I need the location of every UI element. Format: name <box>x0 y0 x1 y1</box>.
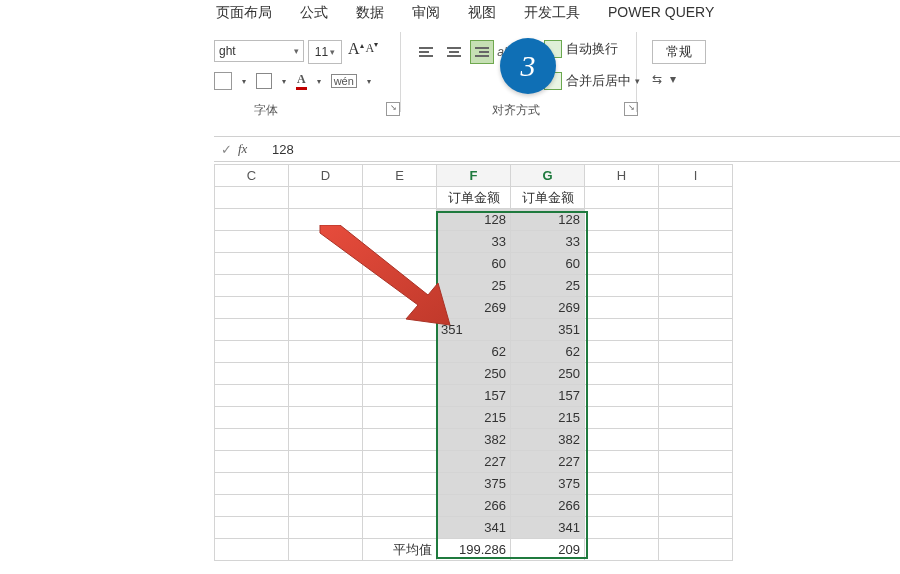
cell[interactable] <box>289 429 363 451</box>
cell[interactable]: 订单金额 <box>511 187 585 209</box>
cell[interactable] <box>215 231 289 253</box>
cell[interactable] <box>585 253 659 275</box>
cell[interactable] <box>215 363 289 385</box>
cell[interactable]: 227 <box>437 451 511 473</box>
tab-developer[interactable]: 开发工具 <box>524 4 580 22</box>
cell[interactable] <box>659 539 733 561</box>
cell[interactable] <box>289 275 363 297</box>
cell[interactable] <box>659 385 733 407</box>
cell[interactable] <box>585 429 659 451</box>
font-size-combobox[interactable]: 11 ▾ <box>308 40 342 64</box>
tab-view[interactable]: 视图 <box>468 4 496 22</box>
cell[interactable] <box>289 385 363 407</box>
cell[interactable] <box>363 319 437 341</box>
cell[interactable]: 平均值 <box>363 539 437 561</box>
cell[interactable] <box>215 209 289 231</box>
cell[interactable] <box>289 473 363 495</box>
cell[interactable]: 382 <box>511 429 585 451</box>
cell[interactable] <box>215 539 289 561</box>
cell[interactable]: 订单金额 <box>437 187 511 209</box>
cell[interactable] <box>363 451 437 473</box>
cell[interactable] <box>289 209 363 231</box>
cell[interactable]: 33 <box>437 231 511 253</box>
cell[interactable] <box>215 517 289 539</box>
cell[interactable] <box>215 297 289 319</box>
cell[interactable] <box>363 495 437 517</box>
cell[interactable]: 351 <box>511 319 585 341</box>
enter-check-icon[interactable]: ✓ <box>214 142 238 157</box>
cell[interactable] <box>585 407 659 429</box>
cell[interactable] <box>215 407 289 429</box>
font-name-combobox[interactable]: ght ▾ <box>214 40 304 62</box>
tab-power-query[interactable]: POWER QUERY <box>608 4 714 22</box>
align-right-button[interactable] <box>470 40 494 64</box>
cell[interactable] <box>659 517 733 539</box>
cell[interactable]: 266 <box>511 495 585 517</box>
cell[interactable] <box>659 451 733 473</box>
cell[interactable] <box>585 297 659 319</box>
cell[interactable] <box>215 275 289 297</box>
cell[interactable] <box>659 495 733 517</box>
cell[interactable]: 60 <box>511 253 585 275</box>
cell[interactable] <box>659 473 733 495</box>
cell[interactable]: 375 <box>437 473 511 495</box>
cell[interactable] <box>215 451 289 473</box>
decrease-font-icon[interactable]: A▾ <box>366 40 379 58</box>
cell[interactable] <box>585 341 659 363</box>
column-header-c[interactable]: C <box>215 165 289 187</box>
merge-center-button[interactable]: 合并后居中 ▾ <box>544 72 640 90</box>
cell[interactable] <box>289 517 363 539</box>
cell[interactable] <box>289 341 363 363</box>
cell[interactable] <box>289 539 363 561</box>
cell[interactable] <box>215 385 289 407</box>
tab-data[interactable]: 数据 <box>356 4 384 22</box>
cell[interactable]: 382 <box>437 429 511 451</box>
cell[interactable]: 25 <box>437 275 511 297</box>
column-header-f[interactable]: F <box>437 165 511 187</box>
cell[interactable] <box>585 495 659 517</box>
cell[interactable] <box>289 407 363 429</box>
cell[interactable] <box>585 385 659 407</box>
cell[interactable]: 128 <box>437 209 511 231</box>
cell[interactable]: 33 <box>511 231 585 253</box>
cell[interactable] <box>289 297 363 319</box>
cell[interactable]: 351 <box>437 319 511 341</box>
cell[interactable] <box>659 297 733 319</box>
cell[interactable] <box>363 429 437 451</box>
cell[interactable] <box>215 253 289 275</box>
cell[interactable] <box>289 253 363 275</box>
cell[interactable] <box>659 363 733 385</box>
cell[interactable] <box>585 231 659 253</box>
cell[interactable] <box>363 231 437 253</box>
align-left-button[interactable] <box>414 40 438 64</box>
cell[interactable] <box>659 231 733 253</box>
cell[interactable] <box>585 451 659 473</box>
cell[interactable]: 60 <box>437 253 511 275</box>
cell[interactable] <box>659 341 733 363</box>
borders-button[interactable] <box>214 72 232 90</box>
cell[interactable] <box>363 341 437 363</box>
cell[interactable]: 199.286 <box>437 539 511 561</box>
cell[interactable] <box>585 275 659 297</box>
cell[interactable]: 157 <box>511 385 585 407</box>
cell[interactable]: 215 <box>437 407 511 429</box>
column-header-h[interactable]: H <box>585 165 659 187</box>
cell[interactable]: 209 <box>511 539 585 561</box>
cell[interactable] <box>215 473 289 495</box>
cell[interactable] <box>363 209 437 231</box>
cell[interactable] <box>363 407 437 429</box>
cell[interactable] <box>659 209 733 231</box>
column-header-g[interactable]: G <box>511 165 585 187</box>
column-header-i[interactable]: I <box>659 165 733 187</box>
accounting-format-button[interactable]: ⇆ <box>652 72 662 86</box>
font-color-button[interactable]: A <box>296 72 307 90</box>
cell[interactable]: 128 <box>511 209 585 231</box>
tab-page-layout[interactable]: 页面布局 <box>216 4 272 22</box>
cell[interactable] <box>659 429 733 451</box>
align-dialog-launcher[interactable]: ↘ <box>624 102 638 116</box>
cell[interactable] <box>659 253 733 275</box>
wrap-text-button[interactable]: 自动换行 <box>544 40 618 58</box>
cell[interactable] <box>659 275 733 297</box>
cell[interactable]: 341 <box>511 517 585 539</box>
cell[interactable] <box>585 319 659 341</box>
